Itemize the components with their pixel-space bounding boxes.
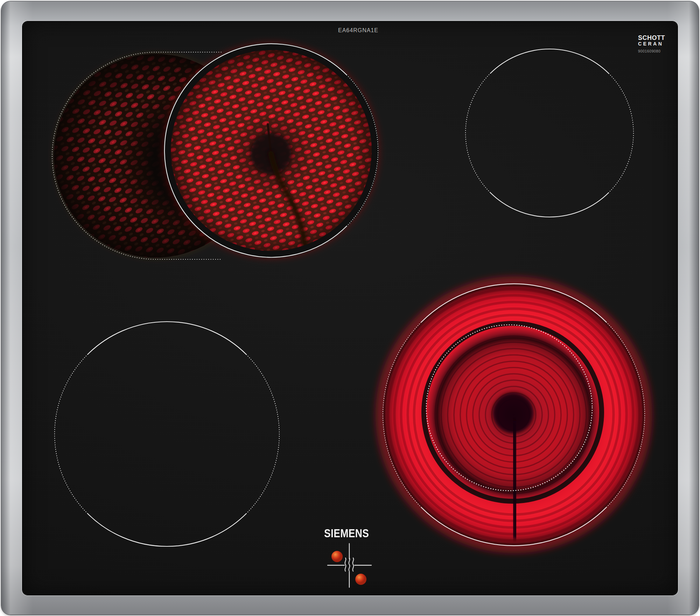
zone-top-right-arc-bottom — [490, 192, 609, 217]
zone-bottom-left-arc-bottom — [88, 513, 246, 546]
ceramic-glass-surface — [23, 22, 677, 595]
zone-bottom-left-outline — [55, 322, 279, 546]
zone-bottom-right — [382, 282, 646, 547]
schott-logo-text: SCHOTT — [638, 35, 665, 42]
zone-top-right-outline — [465, 49, 634, 217]
zone-top-right-arc-right — [609, 74, 634, 192]
serial-number: 9001609080 — [638, 49, 660, 54]
zone-top-left — [52, 44, 378, 259]
zone-bottom-left-arc-top — [88, 322, 246, 355]
model-number-label: EA64RGNA1E — [338, 27, 378, 34]
ceran-logo-text: CERAN — [638, 41, 663, 47]
ring-element-sensor-stem — [514, 424, 516, 536]
hot-dot-right — [355, 574, 366, 585]
hob-graphics — [23, 22, 677, 595]
siemens-logo: SIEMENS — [324, 527, 370, 540]
zone-top-right-arc-top — [490, 49, 609, 74]
hot-dot-left — [331, 551, 343, 562]
zone-bottom-left-arc-right — [246, 355, 279, 513]
hob-frame: EA64RGNA1E SCHOTT CERAN 9001609080 SIEME… — [1, 1, 699, 615]
residual-heat-wave-icon — [345, 558, 354, 571]
zone-bottom-left-arc-left — [55, 355, 88, 513]
zone-top-right-arc-left — [465, 74, 490, 192]
